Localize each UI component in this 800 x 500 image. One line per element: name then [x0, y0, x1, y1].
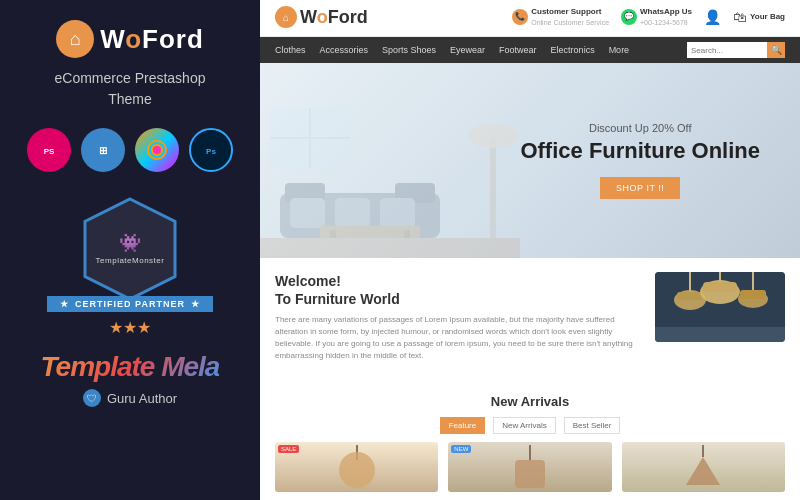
responsive-icon: ⊞ [81, 128, 125, 172]
tab-new-arrivals[interactable]: New Arrivals [493, 417, 555, 434]
welcome-title: Welcome! To Furniture World [275, 272, 640, 308]
arrival-card-3 [622, 442, 785, 492]
svg-rect-16 [380, 198, 415, 228]
new-arrivals-section: New Arrivals Feature New Arrivals Best S… [260, 394, 800, 500]
arrival-img-1: SALE [275, 442, 438, 492]
hero-cta-button[interactable]: SHOP IT !! [600, 177, 680, 199]
nav-search[interactable]: 🔍 [687, 42, 785, 58]
nav-electronics[interactable]: Electronics [551, 45, 595, 55]
hero-discount: Discount Up 20% Off [520, 122, 760, 134]
prestashop-icon: PS [27, 128, 71, 172]
user-account[interactable]: 👤 [704, 9, 721, 25]
cart-icon: 🛍 [733, 9, 747, 25]
arrivals-tabs: Feature New Arrivals Best Seller [275, 417, 785, 434]
welcome-body: There are many variations of passages of… [275, 314, 640, 362]
svg-text:⊞: ⊞ [99, 145, 107, 156]
nav-more[interactable]: More [609, 45, 630, 55]
site-logo-icon: ⌂ [275, 6, 297, 28]
site-logo: ⌂ WoFord [275, 6, 368, 28]
product-image [655, 272, 785, 342]
nav-sports-shoes[interactable]: Sports Shoes [382, 45, 436, 55]
nav-accessories[interactable]: Accessories [320, 45, 369, 55]
brand-logo: ⌂ WoFord [56, 20, 204, 58]
hero-furniture-svg [260, 98, 520, 258]
badge-tm-text: TemplateMonster [96, 256, 165, 266]
cart[interactable]: 🛍 Your Bag [733, 9, 785, 25]
search-button[interactable]: 🔍 [767, 42, 785, 58]
header-actions: 📞 Customer Support Online Customer Servi… [512, 7, 785, 26]
tab-feature[interactable]: Feature [440, 417, 486, 434]
monster-icon: 👾 [96, 232, 165, 254]
svg-rect-19 [404, 230, 410, 238]
svg-rect-28 [677, 292, 703, 300]
hero-content: Discount Up 20% Off Office Furniture Onl… [520, 122, 760, 198]
left-panel: ⌂ WoFord eCommerce Prestashop Theme PS ⊞… [0, 0, 260, 500]
hexagon-shape: 👾 TemplateMonster [75, 194, 185, 304]
customer-support: 📞 Customer Support Online Customer Servi… [512, 7, 609, 26]
whatsapp: 💬 WhatsApp Us +00-1234-5678 [621, 7, 692, 26]
nav-clothes[interactable]: Clothes [275, 45, 306, 55]
tech-icons-row: PS ⊞ Ps [27, 128, 233, 172]
stars-row: ★★★ [109, 318, 151, 337]
site-nav: Clothes Accessories Sports Shoes Eyewear… [260, 37, 800, 63]
site-header: ⌂ WoFord 📞 Customer Support Online Custo… [260, 0, 800, 37]
search-input[interactable] [687, 42, 767, 58]
svg-rect-34 [740, 290, 766, 299]
tab-best-seller[interactable]: Best Seller [564, 417, 621, 434]
guru-icon: 🛡 [83, 389, 101, 407]
nav-eyewear[interactable]: Eyewear [450, 45, 485, 55]
svg-text:Ps: Ps [206, 147, 216, 156]
photoshop-icon: Ps [189, 128, 233, 172]
hero-title: Office Furniture Online [520, 138, 760, 164]
template-mela-logo: Template Mela [41, 351, 220, 383]
badge-inner: 👾 TemplateMonster [88, 232, 173, 266]
svg-point-37 [339, 452, 375, 488]
svg-point-6 [153, 146, 161, 154]
site-logo-text: WoFord [300, 7, 368, 28]
hero-banner: Discount Up 20% Off Office Furniture Onl… [260, 63, 800, 258]
svg-rect-15 [335, 198, 370, 228]
svg-rect-20 [490, 138, 496, 238]
template-monster-badge: 👾 TemplateMonster CERTIFIED PARTNER ★★★ [47, 194, 214, 337]
svg-rect-31 [703, 282, 737, 292]
tagline: eCommerce Prestashop Theme [55, 68, 206, 110]
arrival-card-2: NEW [448, 442, 611, 492]
svg-rect-39 [515, 460, 545, 488]
svg-text:PS: PS [44, 147, 55, 156]
logo-text: WoFord [100, 24, 204, 55]
arrival-img-2: NEW [448, 442, 611, 492]
phone-icon: 📞 [512, 9, 528, 25]
nav-footwear[interactable]: Footwear [499, 45, 537, 55]
arrival-card-1: SALE [275, 442, 438, 492]
svg-rect-14 [290, 198, 325, 228]
whatsapp-icon: 💬 [621, 9, 637, 25]
main-content: Welcome! To Furniture World There are ma… [260, 258, 800, 394]
sale-badge-1: SALE [278, 445, 299, 453]
svg-rect-10 [260, 238, 520, 258]
arrival-img-3 [622, 442, 785, 492]
header-top: ⌂ WoFord 📞 Customer Support Online Custo… [275, 6, 785, 28]
svg-rect-35 [655, 327, 785, 342]
welcome-section: Welcome! To Furniture World There are ma… [275, 272, 640, 386]
new-arrivals-title: New Arrivals [275, 394, 785, 409]
svg-rect-18 [330, 230, 336, 238]
logo-icon: ⌂ [56, 20, 94, 58]
svg-point-21 [468, 124, 518, 148]
featured-product [655, 272, 785, 386]
certified-banner: CERTIFIED PARTNER [47, 296, 214, 312]
multicolor-icon [135, 128, 179, 172]
new-badge-2: NEW [451, 445, 471, 453]
arrivals-grid: SALE NEW [275, 442, 785, 492]
site-preview: ⌂ WoFord 📞 Customer Support Online Custo… [260, 0, 800, 500]
svg-marker-41 [686, 457, 720, 485]
guru-author: 🛡 Guru Author [83, 389, 177, 407]
user-icon: 👤 [704, 9, 721, 25]
